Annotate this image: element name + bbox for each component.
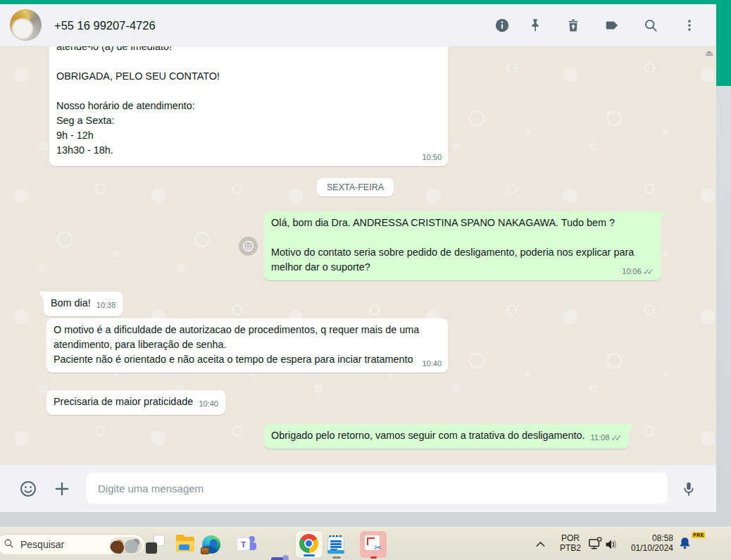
delete-icon[interactable]: [565, 17, 582, 34]
pin-icon[interactable]: [527, 17, 544, 34]
volume-icon[interactable]: [604, 537, 618, 554]
display-network-icon[interactable]: [588, 537, 603, 554]
message-time: 11:08: [591, 433, 610, 443]
message-bubble-incoming[interactable]: atende-lo (a) de imediato! OBRIGADA, PEL…: [49, 46, 448, 166]
message-composer: [0, 465, 716, 512]
active-app-indicator: [370, 556, 377, 559]
message-meta: 11:08✓✓: [591, 433, 623, 443]
message-time: 10:40: [422, 359, 442, 369]
message-text: Obrigado pelo retorno, vamos seguir com …: [271, 428, 585, 443]
react-emoji-button[interactable]: [239, 237, 258, 256]
language-indicator[interactable]: POR PTB2: [557, 533, 584, 553]
message-text: Precisaria de maior praticidade: [54, 394, 193, 409]
whatsapp-window: +55 16 99207-4726 atende-lo (: [0, 4, 716, 512]
scissors-icon: ✂: [374, 542, 382, 553]
message-text: Bom dia!: [51, 296, 91, 311]
contact-avatar[interactable]: [10, 9, 42, 41]
scroll-top-indicator[interactable]: [704, 51, 715, 56]
emoji-icon[interactable]: [18, 479, 37, 498]
message-time: 10:06: [622, 266, 642, 277]
teams-work-icon[interactable]: T: [271, 554, 290, 560]
message-time: 10:50: [422, 152, 442, 163]
message-bubble-incoming[interactable]: Bom dia! 10:38: [44, 292, 123, 316]
double-check-icon: ✓✓: [643, 266, 654, 277]
clock[interactable]: 08:58 01/10/2024: [620, 533, 673, 553]
chrome-icon[interactable]: [296, 531, 323, 558]
edge-icon[interactable]: [202, 535, 221, 554]
message-input[interactable]: [87, 473, 668, 504]
work-profile-badge: [201, 547, 209, 554]
menu-kebab-icon[interactable]: [681, 17, 698, 34]
teams-icon[interactable]: T: [237, 535, 256, 554]
message-text: atende-lo (a) de imediato! OBRIGADA, PEL…: [56, 46, 441, 158]
message-bubble-incoming[interactable]: Precisaria de maior praticidade 10:40: [46, 390, 225, 415]
message-time: 10:40: [199, 399, 218, 409]
screen: +55 16 99207-4726 atende-lo (: [0, 0, 731, 560]
message-text: Olá, bom dia Dra. ANDRESSA CRISTINA SPAN…: [271, 216, 652, 275]
message-meta: 10:06✓✓: [622, 266, 654, 277]
copilot-preview-badge: PRE: [692, 532, 705, 538]
chat-header: +55 16 99207-4726: [0, 4, 716, 46]
search-icon: [4, 538, 14, 552]
file-explorer-icon[interactable]: [176, 535, 195, 554]
double-check-icon: ✓✓: [611, 433, 622, 443]
microphone-icon[interactable]: [679, 479, 698, 498]
notification-bell-icon[interactable]: [677, 536, 692, 554]
tray-chevron-icon[interactable]: [535, 538, 546, 553]
snipping-tool-icon[interactable]: ✂: [360, 531, 387, 558]
message-bubble-outgoing[interactable]: Olá, bom dia Dra. ANDRESSA CRISTINA SPAN…: [264, 211, 661, 280]
message-bubble-outgoing[interactable]: Obrigado pelo retorno, vamos seguir com …: [264, 424, 629, 449]
message-time: 10:38: [96, 300, 116, 311]
info-icon[interactable]: [494, 17, 511, 34]
chat-title[interactable]: +55 16 99207-4726: [54, 4, 156, 46]
notepad-icon[interactable]: [327, 535, 346, 554]
search-highlight-image: [110, 537, 142, 554]
tray-date: 01/10/2024: [620, 543, 673, 553]
date-divider: SEXTA-FEIRA: [317, 178, 394, 197]
message-text: O motivo é a dificuldade de autorizacao …: [54, 323, 441, 367]
task-view-icon[interactable]: [146, 535, 165, 554]
tray-time: 08:58: [620, 533, 673, 543]
conversation-panel[interactable]: atende-lo (a) de imediato! OBRIGADA, PEL…: [0, 46, 716, 465]
windows-taskbar: Pesquisar T T: [0, 527, 731, 560]
search-icon[interactable]: [642, 17, 659, 34]
taskbar-search[interactable]: Pesquisar: [0, 534, 145, 555]
active-app-indicator: [304, 554, 315, 556]
running-app-indicator: [332, 556, 341, 559]
label-icon[interactable]: [604, 17, 620, 34]
message-bubble-incoming[interactable]: O motivo é a dificuldade de autorizacao …: [46, 318, 448, 373]
attach-plus-icon[interactable]: [52, 479, 71, 498]
